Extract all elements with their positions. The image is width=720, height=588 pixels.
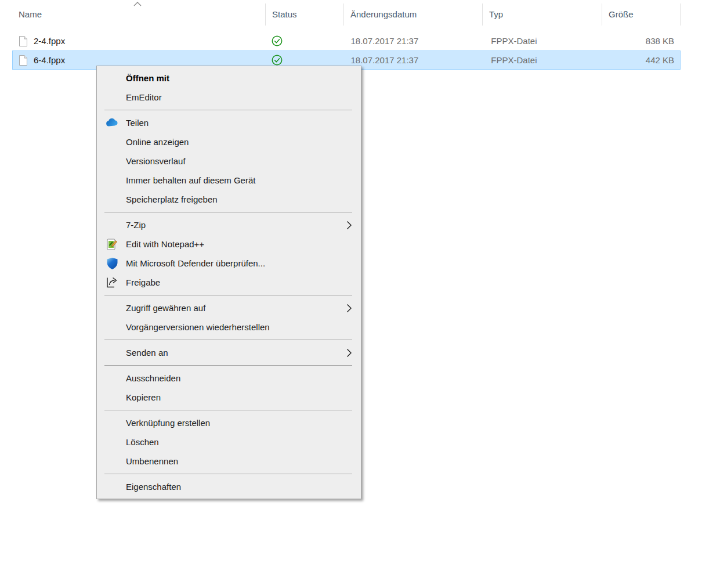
menu-item-label: Umbenennen [126,456,361,466]
menu-item-label: Edit with Notepad++ [126,239,361,249]
file-type: FPPX-Datei [482,51,602,69]
file-icon [18,55,28,66]
icon-placeholder [105,71,119,85]
icon-placeholder [105,193,119,207]
menu-item-label: Senden an [126,348,346,358]
file-explorer-window: Name Status Änderungsdatum Typ Größe 2-4… [0,0,720,588]
menu-item-teilen[interactable]: Teilen [97,113,361,132]
column-header-modified[interactable]: Änderungsdatum [343,3,482,26]
file-list: 2-4.fppx 18.07.2017 21:37FPPX-Datei838 K… [0,31,720,70]
icon-placeholder [105,174,119,187]
menu-separator [104,110,352,110]
menu-item-label: 7-Zip [126,220,346,230]
menu-separator [104,365,352,366]
file-name: 2-4.fppx [34,36,65,46]
menu-item-umbenennen[interactable]: Umbenennen [97,452,361,471]
icon-placeholder [105,91,119,104]
icon-placeholder [105,416,119,430]
menu-item-speicherplatz-freigeben[interactable]: Speicherplatz freigeben [97,190,361,209]
icon-placeholder [105,218,119,232]
icon-placeholder [105,320,119,334]
file-type: FPPX-Datei [482,32,602,50]
menu-item-label: Online anzeigen [126,137,361,147]
menu-item-label: Immer behalten auf diesem Gerät [126,175,361,185]
context-menu: Öffnen mitEmEditor TeilenOnline anzeigen… [96,66,361,499]
menu-item-label: Verknüpfung erstellen [126,418,361,428]
menu-item-label: Teilen [126,118,361,128]
file-modified-date: 18.07.2017 21:37 [344,32,483,50]
sync-ok-icon [271,54,283,66]
submenu-chevron-icon [346,221,352,230]
menu-item-edit-with-notepad++[interactable]: Edit with Notepad++ [97,235,361,254]
file-modified-date: 18.07.2017 21:37 [344,51,483,69]
file-row[interactable]: 2-4.fppx 18.07.2017 21:37FPPX-Datei838 K… [12,31,681,50]
column-header-status[interactable]: Status [265,3,343,26]
column-header-spacer [680,3,703,26]
menu-item-label: Freigabe [126,277,361,287]
icon-placeholder [105,346,119,360]
menu-item-label: Eigenschaften [126,482,361,492]
menu-item-öffnen-mit[interactable]: Öffnen mit [97,68,361,88]
menu-item-senden-an[interactable]: Senden an [97,343,361,362]
menu-item-label: Vorgängerversionen wiederherstellen [126,322,361,332]
menu-item-label: Zugriff gewähren auf [126,303,346,313]
menu-separator [104,410,352,410]
menu-item-label: Mit Microsoft Defender überprüfen... [126,258,361,268]
menu-separator [104,474,352,474]
notepad-plus-plus-icon [105,237,119,251]
submenu-chevron-icon [346,304,352,313]
menu-item-versionsverlauf[interactable]: Versionsverlauf [97,151,361,171]
onedrive-cloud-icon [105,116,119,130]
column-header-name[interactable]: Name [12,3,265,26]
menu-item-label: EmEditor [126,92,361,102]
menu-item-label: Löschen [126,437,361,447]
menu-item-ausschneiden[interactable]: Ausschneiden [97,369,361,388]
menu-item-freigabe[interactable]: Freigabe [97,273,361,292]
icon-placeholder [105,391,119,405]
sync-ok-icon [271,35,283,47]
menu-item-verknüpfung-erstellen[interactable]: Verknüpfung erstellen [97,413,361,432]
menu-item-löschen[interactable]: Löschen [97,432,361,452]
file-name-cell: 2-4.fppx [13,32,266,50]
menu-item-label: Öffnen mit [126,73,361,83]
icon-placeholder [105,435,119,449]
menu-separator [104,212,352,212]
file-icon [18,35,28,47]
file-name: 6-4.fppx [34,55,65,65]
menu-item-label: Speicherplatz freigeben [126,194,361,204]
icon-placeholder [105,154,119,168]
column-header-type[interactable]: Typ [482,3,602,26]
file-size: 442 KB [602,51,680,69]
icon-placeholder [105,371,119,385]
icon-placeholder [105,454,119,468]
menu-item-mit-microsoft-defender-überprüfen[interactable]: Mit Microsoft Defender überprüfen... [97,254,361,273]
menu-item-label: Kopieren [126,392,361,402]
icon-placeholder [105,301,119,315]
menu-item-7-zip[interactable]: 7-Zip [97,215,361,235]
menu-item-eigenschaften[interactable]: Eigenschaften [97,477,361,496]
submenu-chevron-icon [346,348,352,358]
menu-item-vorgängerversionen-wiederherstellen[interactable]: Vorgängerversionen wiederherstellen [97,318,361,337]
menu-separator [104,340,352,340]
menu-item-label: Versionsverlauf [126,156,361,166]
column-header-size[interactable]: Größe [602,3,680,26]
menu-item-zugriff-gewähren-auf[interactable]: Zugriff gewähren auf [97,298,361,318]
menu-item-emeditor[interactable]: EmEditor [97,88,361,107]
share-icon [105,276,119,290]
icon-placeholder [105,135,119,149]
icon-placeholder [105,480,119,494]
menu-separator [104,295,352,295]
menu-item-kopieren[interactable]: Kopieren [97,388,361,407]
column-headers: Name Status Änderungsdatum Typ Größe [0,0,720,29]
menu-item-online-anzeigen[interactable]: Online anzeigen [97,132,361,151]
file-status-cell [266,32,344,50]
defender-shield-icon [105,257,119,270]
menu-item-immer-behalten-auf-diesem-gerät[interactable]: Immer behalten auf diesem Gerät [97,171,361,190]
menu-item-label: Ausschneiden [126,373,361,383]
file-size: 838 KB [602,32,680,50]
